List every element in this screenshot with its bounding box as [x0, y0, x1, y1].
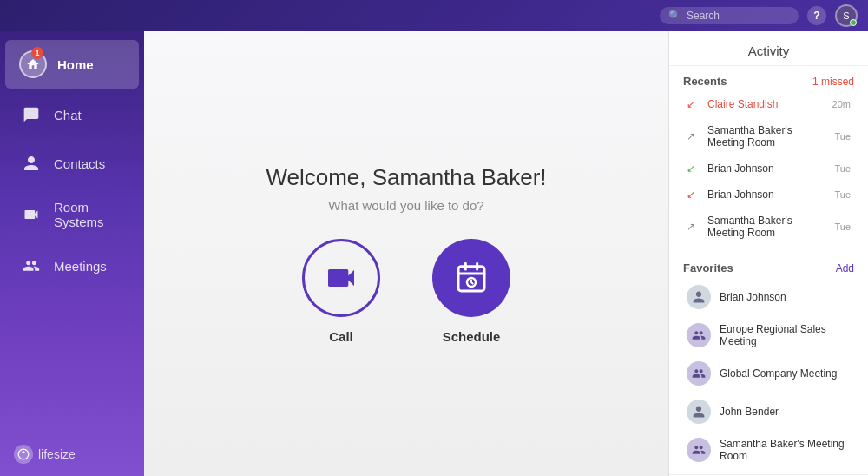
missed-call-icon-0: ↙ [687, 98, 700, 110]
sidebar-meetings-label: Meetings [54, 259, 107, 274]
meetings-icon [19, 254, 43, 278]
sidebar-item-chat[interactable]: Chat [5, 92, 139, 137]
sidebar: Home 1 Chat Contacts Room Systems Meet [0, 31, 144, 476]
recent-item-2[interactable]: ↙ Brian Johnson Tue [673, 156, 865, 181]
recent-name-1: Samantha Baker's Meeting Room [707, 124, 827, 149]
recents-section-header: Recents 1 missed [669, 66, 868, 91]
activity-header: Activity [669, 31, 868, 66]
outgoing-call-icon-4: ↗ [687, 221, 700, 233]
call-button[interactable] [302, 239, 380, 317]
fav-item-3[interactable]: John Bender [673, 393, 865, 430]
search-bar[interactable]: 🔍 [660, 7, 799, 24]
fav-name-1: Europe Regional Sales Meeting [720, 323, 851, 347]
right-panel: Activity Recents 1 missed ↙ Claire Stand… [668, 31, 868, 476]
fav-name-4: Samantha Baker's Meeting Room [720, 438, 851, 462]
incoming-call-icon-2: ↙ [687, 162, 700, 175]
recent-time-0: 20m [832, 99, 851, 109]
sidebar-contacts-label: Contacts [54, 156, 105, 171]
recent-item-0[interactable]: ↙ Claire Standish 20m [673, 92, 865, 116]
add-favorite-button[interactable]: Add [836, 262, 854, 274]
recent-time-1: Tue [834, 131, 851, 142]
chat-icon [19, 102, 43, 127]
sidebar-chat-label: Chat [54, 108, 82, 122]
fav-name-3: John Bender [720, 406, 779, 418]
topbar: 🔍 ? S [0, 0, 868, 31]
recent-name-0: Claire Standish [707, 98, 825, 110]
search-icon: 🔍 [668, 10, 681, 22]
logo-icon [14, 445, 33, 464]
recent-name-3: Brian Johnson [707, 188, 827, 201]
schedule-button-wrap[interactable]: Schedule [432, 239, 510, 344]
sidebar-item-meetings[interactable]: Meetings [5, 243, 139, 288]
call-label: Call [329, 329, 353, 344]
home-badge: 1 [31, 47, 43, 59]
schedule-label: Schedule [443, 329, 501, 344]
schedule-button[interactable] [432, 239, 510, 317]
center-content: Welcome, Samantha Baker! What would you … [144, 31, 668, 476]
recents-title: Recents [683, 75, 727, 88]
sidebar-item-home[interactable]: Home 1 [5, 40, 139, 89]
missed-label: 1 missed [812, 76, 854, 88]
welcome-title: Welcome, Samantha Baker! [266, 164, 546, 191]
main-layout: Home 1 Chat Contacts Room Systems Meet [0, 31, 868, 476]
fav-avatar-4 [687, 438, 711, 462]
fav-item-4[interactable]: Samantha Baker's Meeting Room [673, 432, 865, 468]
sidebar-item-contacts[interactable]: Contacts [5, 141, 139, 186]
recent-name-4: Samantha Baker's Meeting Room [707, 215, 827, 239]
fav-name-0: Brian Johnson [720, 291, 786, 303]
fav-avatar-1 [687, 323, 711, 347]
online-indicator [850, 19, 857, 26]
recent-item-4[interactable]: ↗ Samantha Baker's Meeting Room Tue [673, 208, 865, 245]
sidebar-room-systems-label: Room Systems [54, 200, 125, 229]
welcome-section: Welcome, Samantha Baker! What would you … [266, 164, 546, 213]
missed-call-icon-3: ↙ [687, 188, 700, 201]
contacts-icon [19, 151, 43, 175]
welcome-subtitle: What would you like to do? [266, 198, 546, 213]
recent-name-2: Brian Johnson [707, 162, 827, 175]
fav-avatar-2 [687, 361, 711, 386]
fav-item-0[interactable]: Brian Johnson [673, 279, 865, 315]
avatar-initial: S [843, 10, 849, 21]
call-button-wrap[interactable]: Call [302, 239, 380, 344]
sidebar-home-label: Home [57, 57, 94, 72]
recent-time-3: Tue [834, 189, 851, 200]
outgoing-call-icon-1: ↗ [687, 130, 700, 142]
fav-item-2[interactable]: Global Company Meeting [673, 355, 865, 392]
user-avatar[interactable]: S [835, 4, 858, 27]
fav-avatar-3 [687, 400, 711, 424]
recent-item-1[interactable]: ↗ Samantha Baker's Meeting Room Tue [673, 118, 865, 155]
fav-item-1[interactable]: Europe Regional Sales Meeting [673, 317, 865, 354]
recent-item-3[interactable]: ↙ Brian Johnson Tue [673, 182, 865, 207]
sidebar-logo: lifesize [0, 433, 144, 476]
sidebar-item-room-systems[interactable]: Room Systems [5, 189, 139, 240]
action-buttons: Call Schedule [302, 239, 510, 344]
favorites-title: Favorites [683, 261, 733, 274]
logo-text: lifesize [38, 447, 76, 461]
favorites-section-header: Favorites Add [669, 253, 868, 278]
fav-avatar-0 [687, 285, 711, 309]
help-button[interactable]: ? [807, 6, 826, 25]
room-systems-icon [19, 202, 43, 227]
search-input[interactable] [687, 10, 790, 22]
recent-time-2: Tue [834, 163, 851, 174]
recent-time-4: Tue [834, 221, 851, 232]
fav-name-2: Global Company Meeting [720, 367, 837, 380]
